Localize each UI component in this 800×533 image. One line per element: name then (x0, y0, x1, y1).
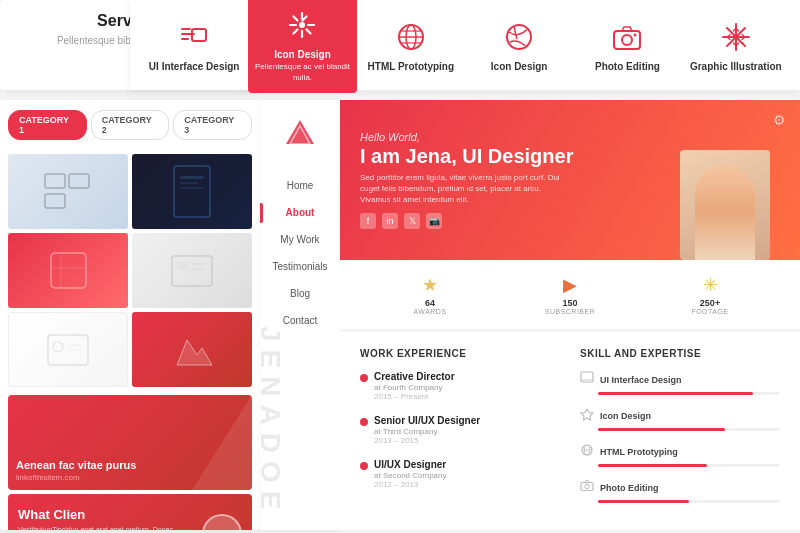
clients-avatar (202, 514, 242, 530)
category-tab-3[interactable]: CATEGORY 3 (173, 110, 252, 140)
svg-rect-20 (180, 176, 204, 179)
service-desc-active: Pellentesque ac vel blandit nulla. (253, 62, 351, 83)
stat-subscriber-value: 150 (500, 298, 640, 308)
service-item-photo[interactable]: Photo Editing (573, 9, 681, 82)
nav-item-about[interactable]: About (260, 199, 340, 226)
work-company-2: at Third Company (374, 427, 560, 436)
stat-subscriber: ▶ 150 SUBSCRIBER (500, 274, 640, 315)
work-card[interactable]: Aenean fac vitae purus linkofthisitem.co… (8, 395, 252, 490)
hero-desc: Sed porttitor erem ligula, vitae viverra… (360, 172, 560, 206)
category-tabs: CATEGORY 1 CATEGORY 2 CATEGORY 3 (0, 100, 260, 150)
service-item-icon-design[interactable]: Icon Design Pellentesque ac vel blandit … (248, 0, 356, 93)
portfolio-item-5[interactable] (8, 312, 128, 387)
stats-row: ★ 64 AWARDS ▶ 150 SUBSCRIBER ✳ 250+ FOOT… (340, 260, 800, 330)
category-tab-1[interactable]: CATEGORY 1 (8, 110, 87, 140)
skill-bar-photo-fill (598, 500, 689, 503)
service-item-icon2[interactable]: Icon Design (465, 9, 573, 82)
award-icon: ★ (360, 274, 500, 296)
svg-rect-44 (581, 483, 593, 491)
category-tab-2[interactable]: CATEGORY 2 (91, 110, 170, 140)
clients-title: What Clien (18, 507, 194, 522)
stat-awards: ★ 64 AWARDS (360, 274, 500, 315)
service-label-html: HTML Prototyping (368, 61, 454, 72)
svg-rect-23 (51, 253, 86, 288)
svg-rect-21 (180, 182, 198, 184)
skill-item-photo: Photo Editing (580, 479, 780, 503)
portfolio-item-3[interactable] (8, 233, 128, 308)
skill-item-html: HTML Prototyping (580, 443, 780, 467)
work-years-1: 2015 – Present (374, 392, 560, 401)
nav-item-testimonials[interactable]: Testimonials (260, 253, 340, 280)
svg-marker-36 (286, 120, 314, 144)
gear-icon[interactable]: ⚙ (773, 112, 786, 128)
work-experience-col: WORK EXPERIENCE Creative Director at Fou… (360, 348, 580, 515)
portfolio-item-6[interactable] (132, 312, 252, 387)
work-item-1: Creative Director at Fourth Company 2015… (360, 371, 560, 401)
clients-text-block: What Clien VestibulumTincidun eget erat … (18, 507, 194, 530)
skill-bar-html-bg (598, 464, 780, 467)
svg-rect-8 (614, 31, 640, 49)
globe-icon (393, 19, 429, 55)
skill-name-icon: Icon Design (600, 411, 651, 421)
nav-logo (282, 116, 318, 152)
nav-item-blog[interactable]: Blog (260, 280, 340, 307)
work-dot-3 (360, 462, 368, 470)
work-card-link: linkofthisitem.com (16, 473, 136, 482)
service-item-ui[interactable]: UI Interface Design (140, 9, 248, 82)
hero-name: I am Jena, UI Designer (360, 145, 780, 167)
portfolio-item-2[interactable] (132, 154, 252, 229)
svg-rect-38 (581, 372, 593, 382)
skill-icon-icon (580, 407, 594, 424)
snowflake-icon (718, 19, 754, 55)
camera-social-icon[interactable]: 📷 (426, 213, 442, 229)
service-item-html[interactable]: HTML Prototyping (357, 9, 465, 82)
hero-social: f in 𝕏 📷 (360, 213, 780, 229)
nav-item-contact[interactable]: Contact (260, 307, 340, 334)
footage-icon: ✳ (640, 274, 780, 296)
portfolio-item-1[interactable] (8, 154, 128, 229)
work-title-1: Creative Director (374, 371, 560, 382)
service-item-graphic[interactable]: Graphic Illustration (682, 9, 790, 82)
work-col-title: WORK EXPERIENCE (360, 348, 560, 359)
skill-bar-ui-fill (598, 392, 753, 395)
work-card-title: Aenean fac vitae purus (16, 459, 136, 471)
skill-name-html: HTML Prototyping (600, 447, 678, 457)
hero-banner: Hello World, I am Jena, UI Designer Sed … (340, 100, 800, 260)
stat-footage: ✳ 250+ FOOTAGE (640, 274, 780, 315)
skill-photo-icon (580, 479, 594, 496)
skill-bar-icon-bg (598, 428, 780, 431)
svg-rect-26 (172, 256, 212, 286)
skill-item-ui: UI Interface Design (580, 371, 780, 395)
svg-rect-27 (177, 262, 189, 270)
work-years-3: 2012 – 2013 (374, 480, 560, 489)
sparkle-icon (284, 7, 320, 43)
stat-subscriber-label: SUBSCRIBER (500, 308, 640, 315)
service-label-graphic: Graphic Illustration (690, 61, 782, 72)
facebook-icon[interactable]: f (360, 213, 376, 229)
svg-point-1 (299, 22, 305, 28)
skill-name-photo: Photo Editing (600, 483, 659, 493)
stat-footage-label: FOOTAGE (640, 308, 780, 315)
skill-item-icon: Icon Design (580, 407, 780, 431)
hero-text: Hello World, I am Jena, UI Designer Sed … (360, 131, 780, 230)
svg-point-32 (53, 342, 63, 352)
clients-section: What Clien VestibulumTincidun eget erat … (8, 494, 252, 530)
portfolio-item-4[interactable] (132, 233, 252, 308)
portfolio-main: Hello World, I am Jena, UI Designer Sed … (340, 100, 800, 530)
skill-html-icon (580, 443, 594, 460)
skill-bar-icon-fill (598, 428, 725, 431)
work-title-2: Senior UI/UX Designer (374, 415, 560, 426)
service-label-icon2: Icon Design (491, 61, 548, 72)
work-company-3: at Second Company (374, 471, 560, 480)
hero-hello: Hello World, (360, 131, 780, 143)
svg-rect-17 (69, 174, 89, 188)
nav-item-home[interactable]: Home (260, 172, 340, 199)
skill-ui-icon (580, 371, 594, 388)
dribbble-icon (501, 19, 537, 55)
service-label-ui: UI Interface Design (149, 61, 240, 72)
svg-point-45 (585, 484, 589, 488)
linkedin-icon[interactable]: in (382, 213, 398, 229)
skill-bar-photo-bg (598, 500, 780, 503)
nav-item-mywork[interactable]: My Work (260, 226, 340, 253)
twitter-icon[interactable]: 𝕏 (404, 213, 420, 229)
